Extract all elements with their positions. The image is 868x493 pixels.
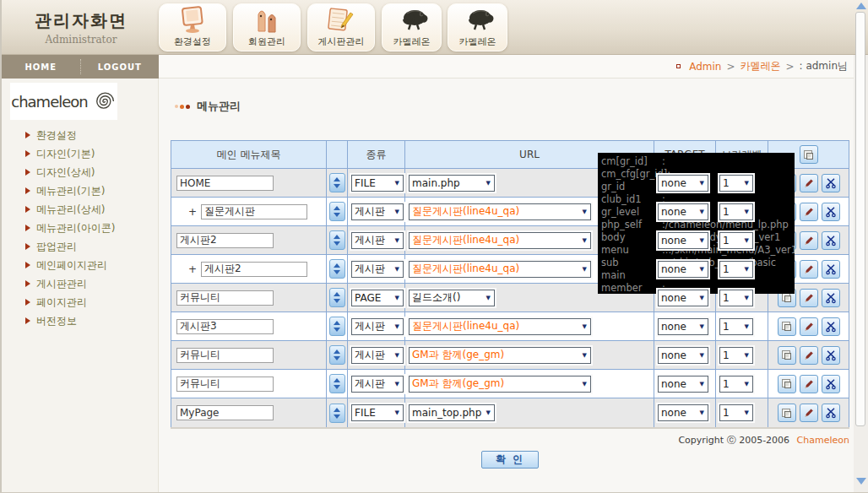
type-select[interactable]: FILE▼ xyxy=(351,175,404,192)
sidebar-item-board[interactable]: 게시판관리 xyxy=(2,274,158,293)
type-select[interactable]: PAGE▼ xyxy=(351,290,404,306)
cut-button[interactable] xyxy=(822,404,840,422)
preview-button[interactable] xyxy=(778,404,796,422)
target-select[interactable]: none▼ xyxy=(658,347,708,364)
edit-button[interactable] xyxy=(800,289,818,307)
target-select[interactable]: none▼ xyxy=(658,376,708,393)
url-select[interactable]: main_top.php▼ xyxy=(409,404,495,421)
sort-updown-button[interactable] xyxy=(329,404,345,423)
edit-button[interactable] xyxy=(800,375,818,393)
cut-button[interactable] xyxy=(822,375,840,393)
type-select[interactable]: 게시판▼ xyxy=(351,203,404,220)
brand-link[interactable]: Chameleon xyxy=(797,435,849,446)
target-select[interactable]: none▼ xyxy=(658,404,708,421)
url-select[interactable]: 질문게시판(line4u_qa)▼ xyxy=(409,261,591,278)
cut-button[interactable] xyxy=(822,289,840,307)
level-select[interactable]: 1▼ xyxy=(719,404,753,421)
level-select[interactable]: 1▼ xyxy=(719,261,753,278)
cut-button[interactable] xyxy=(822,260,840,279)
type-select[interactable]: 게시판▼ xyxy=(351,318,404,335)
sort-updown-button[interactable] xyxy=(329,202,345,221)
edit-button[interactable] xyxy=(800,404,818,422)
url-select[interactable]: 질문게시판(line4u_qa)▼ xyxy=(409,318,591,335)
level-select[interactable]: 1▼ xyxy=(719,175,753,192)
confirm-button[interactable]: 확 인 xyxy=(481,451,539,469)
edit-button[interactable] xyxy=(800,203,818,221)
level-select[interactable]: 1▼ xyxy=(719,232,753,249)
nav-card-board[interactable]: 게시판관리 xyxy=(307,3,375,51)
target-select[interactable]: none▼ xyxy=(658,232,708,249)
edit-button[interactable] xyxy=(800,260,818,279)
url-select[interactable]: 질문게시판(line4u_qa)▼ xyxy=(409,232,591,249)
type-select[interactable]: 게시판▼ xyxy=(351,347,404,364)
level-select[interactable]: 1▼ xyxy=(719,347,753,364)
preview-button[interactable] xyxy=(778,375,796,393)
menu-title-input[interactable] xyxy=(176,348,274,363)
url-select[interactable]: GM과 함께(ge_gm)▼ xyxy=(409,347,591,364)
edit-button[interactable] xyxy=(800,231,818,250)
nav-card-members[interactable]: 회원관리 xyxy=(233,3,301,51)
url-select[interactable]: GM과 함께(ge_gm)▼ xyxy=(409,376,591,393)
target-select[interactable]: none▼ xyxy=(658,203,708,220)
cut-button[interactable] xyxy=(822,203,840,221)
sidebar-item-design-basic[interactable]: 디자인(기본) xyxy=(2,144,158,163)
sidebar-item-config[interactable]: 환경설정 xyxy=(2,126,158,144)
type-select[interactable]: 게시판▼ xyxy=(351,232,404,249)
edit-button[interactable] xyxy=(800,317,818,336)
menu-title-input[interactable] xyxy=(176,377,274,392)
add-menu-button[interactable] xyxy=(800,145,818,164)
target-select[interactable]: none▼ xyxy=(658,290,708,306)
sidebar-item-menu-detail[interactable]: 메뉴관리(상세) xyxy=(2,200,158,219)
sidebar-item-design-detail[interactable]: 디자인(상세) xyxy=(2,163,158,181)
nav-card-chameleon-2[interactable]: 카멜레온 xyxy=(448,3,507,51)
edit-button[interactable] xyxy=(800,346,818,365)
sort-updown-button[interactable] xyxy=(329,173,345,192)
level-select[interactable]: 1▼ xyxy=(719,376,753,393)
sidebar-item-popup[interactable]: 팝업관리 xyxy=(2,237,158,256)
sort-updown-button[interactable] xyxy=(329,374,345,393)
sort-updown-button[interactable] xyxy=(329,259,345,279)
menu-title-input[interactable] xyxy=(176,405,274,420)
sort-updown-button[interactable] xyxy=(329,317,345,336)
level-select[interactable]: 1▼ xyxy=(719,318,753,335)
cut-button[interactable] xyxy=(822,174,840,192)
sidebar-item-mainpage[interactable]: 메인페이지관리 xyxy=(2,256,158,274)
type-select[interactable]: 게시판▼ xyxy=(351,376,404,393)
menu-title-input[interactable] xyxy=(176,319,274,334)
type-select[interactable]: 게시판▼ xyxy=(351,261,404,278)
menu-title-input[interactable] xyxy=(176,290,274,306)
nav-card-config[interactable]: 환경설정 xyxy=(159,3,226,51)
target-select[interactable]: none▼ xyxy=(658,261,708,278)
menu-title-input[interactable] xyxy=(201,262,307,277)
target-select[interactable]: none▼ xyxy=(658,318,708,335)
url-select[interactable]: 질문게시판(line4u_qa)▼ xyxy=(409,203,591,220)
sort-updown-button[interactable] xyxy=(329,288,345,307)
url-select[interactable]: 길드소개()▼ xyxy=(409,290,495,306)
sidebar-item-version[interactable]: 버전정보 xyxy=(2,312,158,330)
sidebar-item-menu-basic[interactable]: 메뉴관리(기본) xyxy=(2,181,158,200)
scroll-down-arrow-icon[interactable] xyxy=(856,478,866,485)
scroll-up-arrow-icon[interactable] xyxy=(856,3,866,9)
menu-title-input[interactable] xyxy=(201,204,307,219)
scrollbar-thumb[interactable] xyxy=(855,12,865,426)
sidebar-item-page[interactable]: 페이지관리 xyxy=(2,293,158,312)
sort-updown-button[interactable] xyxy=(329,345,345,365)
target-select[interactable]: none▼ xyxy=(658,175,708,192)
sort-updown-button[interactable] xyxy=(329,230,345,250)
level-select[interactable]: 1▼ xyxy=(719,290,753,306)
breadcrumb-admin-link[interactable]: Admin xyxy=(689,61,721,73)
cut-button[interactable] xyxy=(822,346,840,365)
home-link[interactable]: HOME xyxy=(2,62,80,72)
type-select[interactable]: FILE▼ xyxy=(351,404,404,421)
edit-button[interactable] xyxy=(800,174,818,192)
preview-button[interactable] xyxy=(778,317,796,336)
nav-card-chameleon-1[interactable]: 카멜레온 xyxy=(382,3,442,51)
cut-button[interactable] xyxy=(822,231,840,250)
breadcrumb-site-link[interactable]: 카멜레온 xyxy=(740,59,780,73)
level-select[interactable]: 1▼ xyxy=(719,203,753,220)
sidebar-item-menu-icon[interactable]: 메뉴관리(아이콘) xyxy=(2,219,158,237)
url-select[interactable]: main.php▼ xyxy=(409,175,495,192)
menu-title-input[interactable] xyxy=(176,176,274,191)
menu-title-input[interactable] xyxy=(176,233,274,248)
preview-button[interactable] xyxy=(778,346,796,365)
